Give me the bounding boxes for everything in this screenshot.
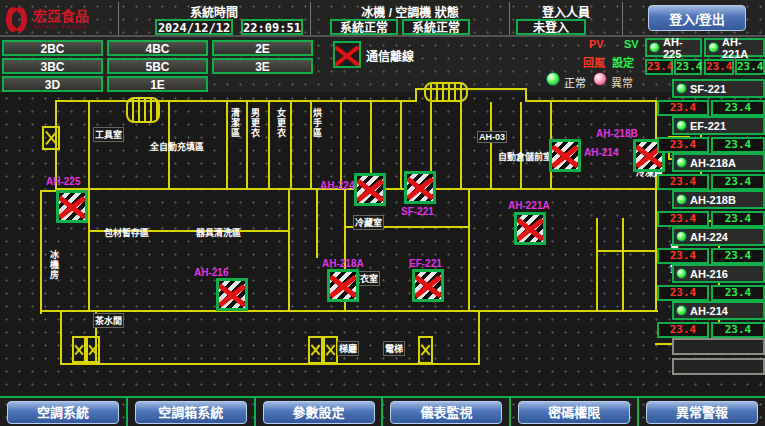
status-led-icon [676,120,687,131]
nav-ac-system[interactable]: 空調系統 [7,401,119,424]
fan-fault-icon-ah-216[interactable] [216,278,248,311]
equipment-name: AH-225 [663,36,700,60]
fan-fault-icon-ah-214[interactable] [549,139,581,172]
pv-value: 23.4 [704,59,734,75]
wall-segment [415,88,417,102]
room-label: 烘手區 [311,108,324,138]
wall-segment [88,102,90,188]
room-label: 全自動充填區 [150,140,204,153]
wall-segment [268,102,270,188]
login-logout-button[interactable]: 登入/登出 [648,5,746,31]
fan-fault-icon-ah-218a[interactable] [327,269,359,302]
fan-fault-icon-ef-221[interactable] [412,269,444,302]
equipment-sf-221[interactable]: SF-221 [672,79,765,98]
nav-alarm-cell: 異常警報 [639,398,765,426]
pv-value: 23.4 [645,59,673,75]
equipment-ah-224[interactable]: AH-224 [672,227,765,246]
status-led-icon [708,42,719,53]
equipment-ah-221a[interactable]: AH-221A [704,38,765,57]
equipment-slot-empty [672,338,765,355]
wall-segment [596,250,656,252]
fan-label-ah-214: AH-214 [584,147,618,158]
room-label: 包材暫存區 [104,226,149,239]
floor-button-5bc[interactable]: 5BC [107,58,208,74]
sv-value: 23.4 [735,59,765,75]
brand-name: 宏亞食品 [33,9,89,24]
equipment-ah-216[interactable]: AH-216 [672,264,765,283]
header-divider [310,2,311,35]
floor-button-3e[interactable]: 3E [212,58,313,74]
fan-fault-icon-ah-225[interactable] [56,190,88,223]
wall-segment [246,102,248,188]
sv-value: 23.4 [711,322,765,338]
pv-value: 23.4 [657,174,709,190]
floor-button-3bc[interactable]: 3BC [2,58,103,74]
system-time-value: 22:09:51 [241,19,303,35]
fan-label-ah-218a: AH-218A [322,258,364,269]
wall-segment [490,102,492,188]
abnormal-led-icon [593,72,607,86]
system-date-value: 2024/12/12 [155,19,233,35]
bottom-nav-bar: 空調系統空調箱系統參數設定儀表監視密碼權限異常警報 [0,396,765,426]
wall-segment [478,312,480,365]
floor-button-4bc[interactable]: 4BC [107,40,208,56]
room-label: 工具室 [94,128,123,141]
floor-button-2e[interactable]: 2E [212,40,313,56]
nav-parameter-settings[interactable]: 參數設定 [263,401,375,424]
sv-value: 23.4 [711,174,765,190]
nav-ahu-system[interactable]: 空調箱系統 [135,401,247,424]
fan-fault-icon-ah-221a[interactable] [514,212,546,245]
wall-segment [316,190,318,258]
elevator-shaft-icon [86,336,100,363]
equipment-name: AH-221A [722,36,763,60]
logo-arc-right [13,7,27,32]
normal-legend-label: 正常 [564,74,586,90]
pv-legend-label: PV [589,38,604,50]
room-label: 自動倉儲前室 [498,150,552,163]
nav-alarm[interactable]: 異常警報 [646,401,758,424]
equipment-name: AH-218A [690,157,736,169]
sv-legend-label: SV [624,38,639,50]
wall-segment [40,310,658,312]
sv-value: 23.4 [711,248,765,264]
floor-plan: AH-225AH-216AH-224SF-221AH-214AH-218BAH-… [0,92,765,396]
fan-fault-icon-ah-224[interactable] [354,173,386,206]
equipment-name: AH-224 [690,231,728,243]
stairs-icon [424,82,468,102]
status-led-icon [676,305,687,316]
equipment-ah-214[interactable]: AH-214 [672,301,765,320]
equipment-ef-221[interactable]: EF-221 [672,116,765,135]
elevator-shaft-icon [418,336,433,364]
nav-ac-system-cell: 空調系統 [0,398,128,426]
equipment-ah-225[interactable]: AH-225 [645,38,702,57]
floor-button-3d[interactable]: 3D [2,76,103,92]
login-person-label: 登入人員 [511,3,621,20]
equipment-ah-218a[interactable]: AH-218A [672,153,765,172]
elevator-shaft-icon [72,336,86,363]
fan-fault-icon-sf-221[interactable] [404,171,436,204]
pv-value: 23.4 [657,248,709,264]
wall-segment [60,312,62,365]
status-led-icon [676,194,687,205]
room-label: 電梯 [384,342,404,355]
status-led-icon [676,231,687,242]
room-label: 清潔區 [229,108,242,138]
room-label: 男更衣 [249,108,262,138]
floor-button-1e[interactable]: 1E [107,76,208,92]
elevator-shaft-icon [323,336,338,364]
pv-desc-label: 回風 [583,54,605,70]
equipment-name: AH-218B [690,194,736,206]
nav-password-authority[interactable]: 密碼權限 [518,401,630,424]
chiller-status-value: 系統正常 [330,19,398,35]
system-time-label: 系統時間 [120,3,308,20]
sv-value: 23.4 [711,100,765,116]
wall-segment [655,100,657,312]
wall-segment [622,218,624,310]
machine-status-label: 冰機 / 空調機 狀態 [312,3,508,20]
fan-label-ah-218b: AH-218B [596,128,638,139]
normal-led-icon [546,72,560,86]
floor-button-2bc[interactable]: 2BC [2,40,103,56]
wall-segment [288,190,290,310]
equipment-ah-218b[interactable]: AH-218B [672,190,765,209]
nav-meter-monitor[interactable]: 儀表監視 [390,401,502,424]
